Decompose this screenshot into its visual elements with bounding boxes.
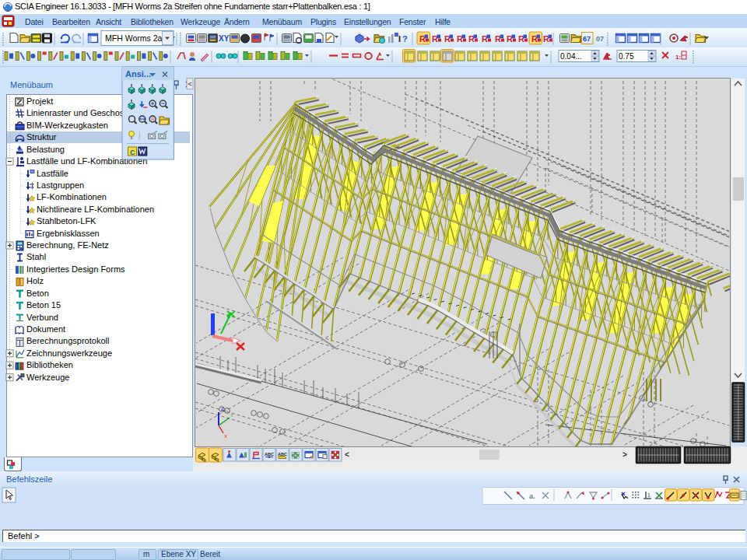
svg-text:R: R: [151, 117, 155, 122]
svg-text:<: <: [188, 80, 192, 88]
svg-text:?: ?: [402, 34, 408, 44]
svg-text:ABC: ABC: [278, 452, 287, 457]
svg-text:1: 1: [647, 492, 651, 498]
svg-text:C: C: [130, 149, 135, 156]
svg-text:67: 67: [583, 35, 591, 43]
svg-text:0.75: 0.75: [619, 52, 634, 61]
svg-text:Ansi...: Ansi...: [125, 69, 151, 79]
svg-text:<: <: [345, 450, 349, 459]
svg-text:1:: 1:: [675, 54, 681, 61]
svg-text:I: I: [398, 34, 401, 44]
svg-text:a.: a.: [529, 492, 535, 500]
svg-text:XY: XY: [219, 34, 230, 43]
svg-text:ABC: ABC: [265, 452, 274, 457]
svg-text:0.04...: 0.04...: [560, 52, 582, 61]
svg-text:>: >: [622, 450, 627, 459]
svg-text:07: 07: [596, 35, 604, 43]
